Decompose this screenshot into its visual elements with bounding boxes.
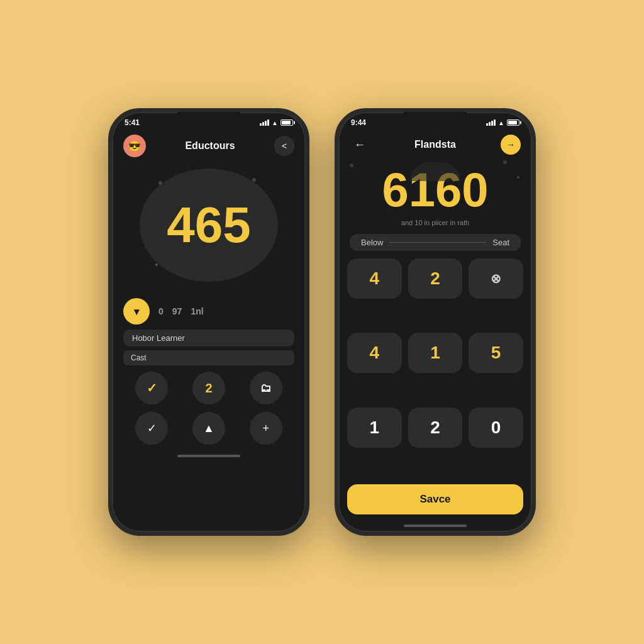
big-number-container-right: 6160 [338,157,532,216]
signal-icon [260,119,269,126]
status-icons-left: ▲ [260,119,293,126]
key-2-top[interactable]: 2 [408,258,463,299]
back-button-left[interactable]: < [274,136,294,156]
key-2-bot[interactable]: 2 [408,408,463,448]
screen-content-right: ← Flandsta → 6160 and 10 in piicer in ra… [338,130,532,532]
toggle-bar[interactable]: Below Seat [350,234,521,251]
deco-r1 [350,164,353,167]
deco-dot-1 [158,181,162,185]
right-phone: 9:44 ▲ ← Flandsta → [335,108,536,536]
wifi-icon: ▲ [272,119,278,126]
screen-content-left: 😎 Eductours < 465 ▾ 0 97 1nl Hobor Learn… [112,130,306,532]
toggle-left-label: Below [361,238,383,247]
deco-r3 [503,160,507,164]
toggle-right-label: Seat [492,238,509,247]
time-left: 5:41 [125,118,140,127]
battery-icon-right [507,119,519,126]
stat-val3: 1nl [191,306,203,316]
app-title-right: Flandsta [414,139,456,150]
subtitle-right: and 10 in piicer in rath [338,216,532,231]
check-button[interactable]: ✓ [135,372,168,404]
cast-label[interactable]: Cast [123,350,294,365]
app-title-left: Eductours [185,140,235,152]
signal-icon-right [486,119,496,126]
battery-icon [280,119,293,126]
hobor-learner-label[interactable]: Hobor Learner [123,330,294,347]
home-indicator-left [177,455,240,457]
keypad: 4 2 ⊗ 4 1 5 1 2 0 [338,253,532,480]
time-right: 9:44 [351,118,366,127]
deco-dot-2 [252,178,256,182]
avatar[interactable]: 😎 [123,135,146,157]
deco-r2 [517,176,519,179]
left-phone: 5:41 ▲ 😎 Eductours < [108,108,309,536]
key-1-bot[interactable]: 1 [347,408,402,448]
deco-dot-3 [155,264,158,266]
stat-val2: 97 [172,306,182,316]
nav-plus-button[interactable]: + [250,412,282,445]
big-number-circle: 465 [140,169,278,282]
nav-bar-left: ✓ ▲ + [112,407,306,451]
grid-button[interactable]: 🗂 [250,372,282,404]
home-indicator-right [404,525,467,527]
key-0-bot[interactable]: 0 [469,408,523,448]
key-delete[interactable]: ⊗ [469,258,523,299]
header-left: 😎 Eductours < [112,130,306,160]
header-right: ← Flandsta → [338,130,532,157]
notch [177,112,240,126]
toggle-line [389,242,486,243]
key-4-top[interactable]: 4 [347,258,402,299]
wifi-icon-right: ▲ [498,119,504,126]
number-2-button[interactable]: 2 [192,372,225,404]
number-display-area: 465 [112,164,306,287]
forward-button-right[interactable]: → [501,135,521,155]
nav-check-button[interactable]: ✓ [135,412,168,445]
key-1-mid[interactable]: 1 [408,333,463,373]
stat-val1: 0 [158,306,164,316]
notch-right [404,112,467,126]
nav-home-button[interactable]: ▲ [192,412,225,445]
back-button-right[interactable]: ← [350,135,370,155]
save-button[interactable]: Savce [347,484,523,514]
chevron-down-button[interactable]: ▾ [123,298,150,325]
key-5-mid[interactable]: 5 [469,333,523,373]
big-number-left: 465 [167,200,250,250]
bottom-controls: ✓ 2 🗂 [112,367,306,407]
stats-row: ▾ 0 97 1nl [112,291,306,327]
key-4-mid[interactable]: 4 [347,333,402,373]
status-icons-right: ▲ [486,119,519,126]
